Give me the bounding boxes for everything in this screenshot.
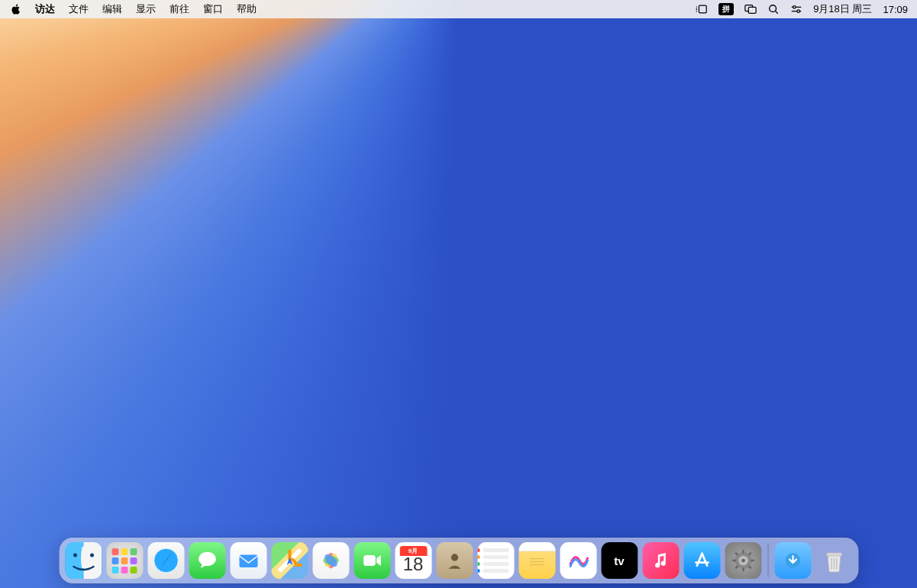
app-menu[interactable]: 访达 (35, 2, 55, 16)
dock-app-contacts[interactable] (436, 542, 473, 579)
svg-point-35 (741, 559, 745, 563)
svg-point-14 (73, 554, 77, 557)
svg-point-9 (793, 6, 796, 9)
menu-help[interactable]: 帮助 (237, 2, 257, 16)
svg-rect-12 (65, 542, 83, 579)
menubar-left: 访达 文件 编辑 显示 前往 窗口 帮助 (11, 2, 257, 16)
menubar-right: 拼 9月18日 周三 17:09 (696, 2, 908, 16)
calendar-day-label: 18 (403, 554, 424, 575)
dock-app-appstore[interactable] (683, 542, 720, 579)
dock-app-messages[interactable] (189, 542, 225, 579)
svg-rect-13 (83, 542, 102, 579)
dock-separator (767, 544, 768, 577)
menu-window[interactable]: 窗口 (203, 2, 223, 16)
dock-app-freeform[interactable] (560, 542, 596, 579)
dock-app-notes[interactable] (518, 542, 555, 579)
svg-line-40 (735, 553, 738, 555)
svg-rect-5 (748, 7, 756, 13)
calendar-month-label: 9月 (399, 546, 427, 556)
menubar-time[interactable]: 17:09 (883, 4, 908, 15)
menu-edit[interactable]: 编辑 (102, 2, 122, 16)
menu-go[interactable]: 前往 (170, 2, 189, 16)
dock-app-finder[interactable] (65, 542, 102, 579)
svg-point-6 (770, 5, 777, 12)
dock: 9月 18 (59, 538, 858, 583)
dock-app-maps[interactable] (271, 542, 308, 579)
svg-point-15 (90, 554, 94, 557)
svg-rect-28 (363, 555, 376, 566)
dock-app-music[interactable] (642, 542, 679, 579)
menu-view[interactable]: 显示 (136, 2, 156, 16)
svg-line-7 (776, 11, 778, 14)
spotlight-search-icon[interactable] (767, 4, 780, 15)
dock-app-facetime[interactable] (354, 542, 390, 579)
dock-app-mail[interactable] (230, 542, 266, 579)
svg-rect-45 (826, 553, 841, 556)
desktop-wallpaper[interactable] (0, 0, 917, 588)
dock-app-calendar[interactable]: 9月 18 (395, 542, 431, 579)
svg-line-42 (735, 566, 738, 568)
dock-downloads-folder[interactable] (774, 542, 811, 579)
input-method-icon[interactable]: 拼 (718, 3, 734, 15)
dock-app-photos[interactable] (312, 542, 349, 579)
dock-app-safari[interactable] (147, 542, 184, 579)
menubar-date[interactable]: 9月18日 周三 (813, 2, 872, 16)
svg-line-41 (748, 566, 751, 568)
stage-manager-icon[interactable] (696, 4, 708, 15)
control-center-icon[interactable] (790, 4, 802, 15)
screen-mirroring-icon[interactable] (744, 4, 757, 15)
menu-file[interactable]: 文件 (69, 2, 89, 16)
dock-app-launchpad[interactable] (106, 542, 143, 579)
dock-trash[interactable] (815, 542, 852, 579)
dock-app-reminders[interactable] (477, 542, 514, 579)
dock-app-settings[interactable] (725, 542, 761, 579)
svg-point-29 (450, 554, 457, 561)
svg-point-11 (797, 10, 800, 13)
svg-line-43 (748, 553, 751, 555)
dock-app-tv[interactable]: tv (601, 542, 638, 579)
svg-rect-22 (239, 555, 257, 568)
apple-menu-icon[interactable] (11, 4, 21, 15)
menubar: 访达 文件 编辑 显示 前往 窗口 帮助 拼 (0, 0, 917, 18)
svg-rect-0 (699, 5, 707, 13)
